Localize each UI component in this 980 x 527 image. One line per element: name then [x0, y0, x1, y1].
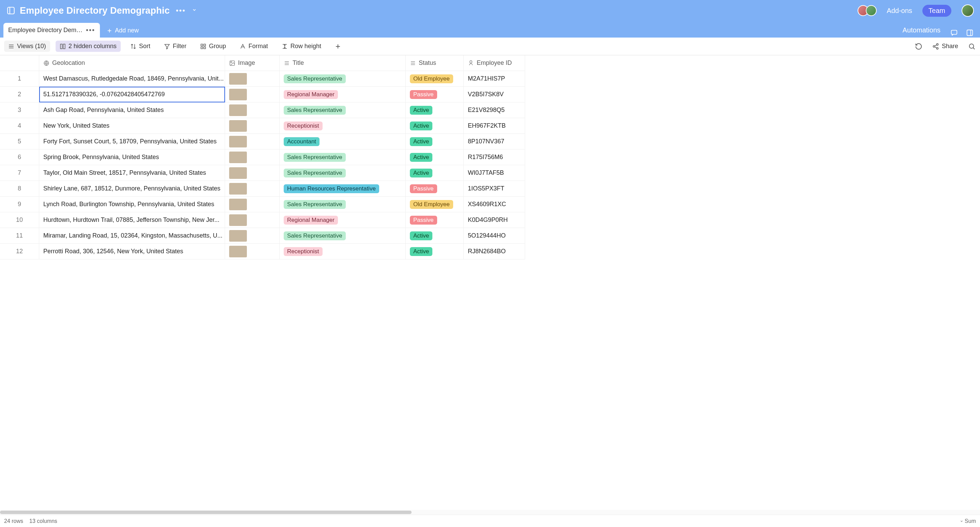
cell-title[interactable]: Receptionist — [280, 244, 406, 259]
cell-image[interactable] — [225, 150, 280, 165]
cell-geolocation[interactable]: Spring Brook, Pennsylvania, United State… — [39, 150, 225, 165]
team-button[interactable]: Team — [923, 5, 951, 17]
image-thumbnail[interactable] — [229, 136, 247, 147]
image-thumbnail[interactable] — [229, 89, 247, 101]
cell-image[interactable] — [225, 196, 280, 212]
image-thumbnail[interactable] — [229, 183, 247, 195]
undo-icon[interactable] — [915, 42, 923, 51]
cell-status[interactable]: Passive — [406, 181, 464, 196]
cell-geolocation[interactable]: Forty Fort, Sunset Court, 5, 18709, Penn… — [39, 134, 225, 150]
chevron-down-icon[interactable] — [192, 8, 197, 14]
cell-employee-id[interactable]: WI0J7TAF5B — [464, 165, 525, 181]
cell-employee-id[interactable]: RJ8N2684BO — [464, 244, 525, 259]
cell-geolocation[interactable]: Ash Gap Road, Pennsylvania, United State… — [39, 102, 225, 118]
row-number[interactable]: 4 — [0, 118, 39, 134]
cell-employee-id[interactable]: 1IOS5PX3FT — [464, 181, 525, 196]
cell-employee-id[interactable]: R175I756M6 — [464, 150, 525, 165]
addons-button[interactable]: Add-ons — [887, 7, 913, 15]
image-thumbnail[interactable] — [229, 120, 247, 132]
cell-title[interactable]: Sales Representative — [280, 196, 406, 212]
summary-dropdown[interactable]: Sum — [960, 518, 976, 524]
cell-geolocation[interactable]: Taylor, Old Main Street, 18517, Pennsylv… — [39, 165, 225, 181]
format-button[interactable]: Format — [235, 41, 272, 52]
cell-status[interactable]: Active — [406, 244, 464, 259]
cell-image[interactable] — [225, 134, 280, 150]
image-thumbnail[interactable] — [229, 246, 247, 257]
share-button[interactable]: Share — [928, 41, 962, 52]
cell-status[interactable]: Old Employee — [406, 71, 464, 87]
more-icon[interactable]: ••• — [176, 7, 186, 14]
row-number[interactable]: 10 — [0, 212, 39, 228]
cell-employee-id[interactable]: EH967F2KTB — [464, 118, 525, 134]
scrollbar-thumb[interactable] — [0, 511, 412, 514]
cell-status[interactable]: Active — [406, 228, 464, 244]
collaborator-avatars[interactable] — [860, 5, 877, 16]
row-number[interactable]: 7 — [0, 165, 39, 181]
row-number[interactable]: 5 — [0, 134, 39, 150]
image-thumbnail[interactable] — [229, 199, 247, 210]
cell-title[interactable]: Accountant — [280, 134, 406, 150]
cell-image[interactable] — [225, 228, 280, 244]
cell-title[interactable]: Regional Manager — [280, 87, 406, 102]
cell-geolocation[interactable]: Shirley Lane, 687, 18512, Dunmore, Penns… — [39, 181, 225, 196]
cell-status[interactable]: Passive — [406, 87, 464, 102]
cell-title[interactable]: Sales Representative — [280, 228, 406, 244]
cell-status[interactable]: Passive — [406, 212, 464, 228]
col-header-geolocation[interactable]: Geolocation — [39, 55, 225, 71]
cell-title[interactable]: Sales Representative — [280, 150, 406, 165]
automations-button[interactable]: Automations — [898, 23, 945, 38]
row-number[interactable]: 12 — [0, 244, 39, 259]
cell-employee-id[interactable]: E21V8298Q5 — [464, 102, 525, 118]
cell-image[interactable] — [225, 212, 280, 228]
cell-geolocation[interactable]: West Damascus, Rutledgedale Road, 18469,… — [39, 71, 225, 87]
data-grid[interactable]: Geolocation Image Title Status Employee … — [0, 55, 980, 259]
cell-status[interactable]: Active — [406, 134, 464, 150]
row-number[interactable]: 3 — [0, 102, 39, 118]
active-tab[interactable]: Employee Directory Demog... ••• — [3, 23, 100, 38]
col-header-image[interactable]: Image — [225, 55, 280, 71]
cell-geolocation[interactable]: Perrotti Road, 306, 12546, New York, Uni… — [39, 244, 225, 259]
cell-employee-id[interactable]: 5O129444HO — [464, 228, 525, 244]
cell-employee-id[interactable]: XS4609R1XC — [464, 196, 525, 212]
sort-button[interactable]: Sort — [126, 41, 154, 52]
cell-image[interactable] — [225, 118, 280, 134]
cell-geolocation[interactable]: Lynch Road, Burlington Township, Pennsyl… — [39, 196, 225, 212]
cell-image[interactable] — [225, 181, 280, 196]
cell-geolocation[interactable]: 51.5127178390326, -0.07620428405472769 — [39, 87, 225, 102]
cell-employee-id[interactable]: M2A71HIS7P — [464, 71, 525, 87]
base-icon[interactable] — [6, 6, 16, 15]
cell-image[interactable] — [225, 71, 280, 87]
add-new-table-button[interactable]: Add new — [102, 24, 143, 38]
cell-status[interactable]: Active — [406, 150, 464, 165]
row-number[interactable]: 1 — [0, 71, 39, 87]
cell-image[interactable] — [225, 87, 280, 102]
tab-more-icon[interactable]: ••• — [86, 26, 95, 34]
image-thumbnail[interactable] — [229, 230, 247, 242]
cell-image[interactable] — [225, 244, 280, 259]
cell-employee-id[interactable]: K0D4G9P0RH — [464, 212, 525, 228]
row-height-button[interactable]: Row height — [278, 41, 325, 52]
cell-title[interactable]: Human Resources Representative — [280, 181, 406, 196]
image-thumbnail[interactable] — [229, 214, 247, 226]
group-button[interactable]: Group — [196, 41, 230, 52]
image-thumbnail[interactable] — [229, 104, 247, 116]
comments-icon[interactable] — [949, 28, 959, 38]
cell-title[interactable]: Sales Representative — [280, 71, 406, 87]
col-header-employee-id[interactable]: Employee ID — [464, 55, 525, 71]
base-title[interactable]: Employee Directory Demographic — [20, 5, 170, 16]
add-column-button[interactable] — [331, 41, 345, 51]
panel-icon[interactable] — [965, 28, 975, 38]
horizontal-scrollbar[interactable] — [0, 510, 980, 515]
cell-geolocation[interactable]: Hurdtown, Hurdtown Trail, 07885, Jeffers… — [39, 212, 225, 228]
cell-title[interactable]: Receptionist — [280, 118, 406, 134]
row-number[interactable]: 8 — [0, 181, 39, 196]
cell-status[interactable]: Old Employee — [406, 196, 464, 212]
cell-title[interactable]: Sales Representative — [280, 165, 406, 181]
cell-status[interactable]: Active — [406, 102, 464, 118]
cell-geolocation[interactable]: Miramar, Landing Road, 15, 02364, Kingst… — [39, 228, 225, 244]
hidden-columns-button[interactable]: 2 hidden columns — [56, 41, 121, 52]
col-header-title[interactable]: Title — [280, 55, 406, 71]
row-number[interactable]: 11 — [0, 228, 39, 244]
cell-title[interactable]: Sales Representative — [280, 102, 406, 118]
col-header-status[interactable]: Status — [406, 55, 464, 71]
